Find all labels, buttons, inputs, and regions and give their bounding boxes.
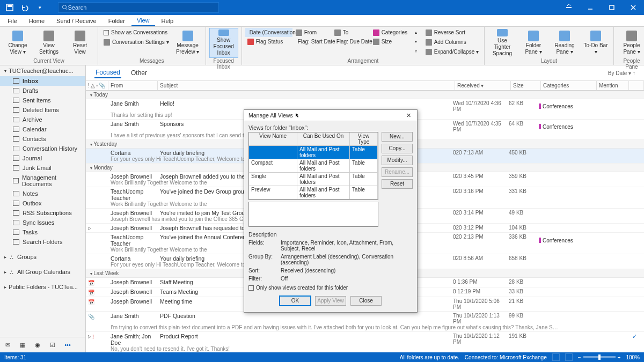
views-col-type[interactable]: View Type [350,132,378,146]
arrange-flag-status-button[interactable]: Flag Status [245,37,292,46]
folder-sent-items[interactable]: Sent Items [0,95,85,105]
dialog-copy-button[interactable]: Copy... [382,144,413,153]
date-group-header[interactable]: Today [86,91,644,99]
folder-deleted-items[interactable]: Deleted Items [0,105,85,115]
view-row[interactable]: All Mail and Post foldersTable [249,146,378,159]
arrange-size-button[interactable]: Size [371,37,413,46]
folder-pane-button[interactable]: Folder Pane ▾ [519,28,548,58]
folder-notes[interactable]: Notes [0,189,85,198]
col-categories[interactable]: Categories [541,81,597,90]
col-mention[interactable]: Mention [597,81,629,90]
maximize-icon[interactable] [601,0,623,15]
folder-outbox[interactable]: Outbox [0,198,85,208]
people-pane-button[interactable]: People Pane ▾ [617,28,644,58]
tasks-icon[interactable]: ☑ [47,339,58,350]
view-settings-button[interactable]: View Settings [34,28,63,58]
folder-calendar[interactable]: Calendar [0,124,85,134]
expand-collapse-button[interactable]: Expand/Collapse ▾ [423,47,481,56]
add-columns-button[interactable]: Add Columns [423,38,481,47]
col-from[interactable]: From [108,81,158,90]
reverse-sort-button[interactable]: Reverse Sort [423,28,481,37]
column-headers[interactable]: !△▫📎 From Subject Received ▾ Size Catego… [86,81,644,91]
views-col-used[interactable]: Can Be Used On [297,132,350,146]
folder-drafts[interactable]: Drafts [0,86,85,95]
folder-journal[interactable]: Journal [0,153,85,163]
folder-management-documents[interactable]: Management Documents [0,173,85,189]
account-header[interactable]: ▾TUCTeacher@teachuc... [0,65,85,76]
show-focused-inbox-button[interactable]: Show Focused Inbox [209,28,238,58]
menu-tab-view[interactable]: View [131,16,155,26]
arrange-flag-due-button[interactable]: Flag: Due Date [332,37,370,46]
minimize-icon[interactable] [580,0,601,15]
search-box[interactable] [58,2,219,13]
folder-search-folders[interactable]: Search Folders [0,237,85,247]
message-preview-button[interactable]: Message Preview ▾ [173,28,202,58]
view-reading-icon[interactable] [565,353,573,361]
undo-icon[interactable] [19,2,30,13]
arrange-flag-start-button[interactable]: Flag: Start Date [294,37,331,46]
message-row[interactable]: ▷!Jane Smith; Jon DoeProduct ReportThu 1… [86,332,644,352]
nav-public-folders[interactable]: ▸Public Folders - TUCTea... [0,282,85,292]
folder-conversation-history[interactable]: Conversation History [0,144,85,153]
tab-focused[interactable]: Focused [94,68,121,78]
menu-tab-help[interactable]: Help [156,16,179,26]
folder-tasks[interactable]: Tasks [0,227,85,237]
folder-archive[interactable]: Archive [0,115,85,124]
folder-junk-email[interactable]: Junk Email [0,163,85,173]
col-size[interactable]: Size [511,81,541,90]
arrange-from-button[interactable]: From [294,28,331,37]
save-icon[interactable] [4,2,15,13]
nav-all-group-calendars[interactable]: ▸⛬All Group Calendars [0,267,85,277]
show-as-conversations-checkbox[interactable]: Show as Conversations [101,28,171,37]
message-row[interactable]: 📎Jane SmithPDF QuestionThu 10/1/2020 1:1… [86,312,644,332]
menu-tab-folder[interactable]: Folder [103,16,130,26]
view-row[interactable]: CompactAll Mail and Post foldersTable [249,159,378,173]
zoom-slider[interactable]: −+ [578,354,621,360]
menu-tab-send-receive[interactable]: Send / Receive [51,16,102,26]
arrange-date-button[interactable]: Date (Conversations) [245,28,292,37]
calendar-icon[interactable]: ▦ [17,339,28,350]
view-row[interactable]: SingleAll Mail and Post foldersTable [249,173,378,186]
menu-tab-file[interactable]: File [2,16,23,26]
dialog-ok-button[interactable]: OK [280,296,311,306]
dialog-modify-button[interactable]: Modify... [382,156,413,165]
nav-groups[interactable]: ▸⛬Groups [0,252,85,262]
arrange-categories-button[interactable]: Categories [371,28,413,37]
reading-pane-button[interactable]: Reading Pane ▾ [550,28,579,58]
use-tighter-spacing-button[interactable]: Use Tighter Spacing [488,28,517,58]
dialog-reset-button[interactable]: Reset [382,179,413,189]
mail-icon[interactable]: ✉ [2,339,13,350]
reset-view-button[interactable]: Reset View [65,28,94,58]
dialog-new-button[interactable]: New... [382,132,413,142]
change-view-button[interactable]: Change View ▾ [3,28,32,58]
folder-rss-subscriptions[interactable]: RSS Subscriptions [0,208,85,218]
sort-by-dropdown[interactable]: By Date ▾ ↑ [608,70,635,76]
view-row[interactable]: PreviewAll Mail and Post foldersTable [249,186,378,200]
dialog-close-button[interactable]: ✕ [404,112,413,119]
flag-icon[interactable]: ✓ [632,333,637,339]
menu-tab-home[interactable]: Home [24,16,50,26]
only-show-checkbox[interactable]: Only show views created for this folder [248,283,413,293]
zoom-value[interactable]: 100% [626,354,640,360]
dialog-close-button-footer[interactable]: Close [350,296,382,306]
tab-other[interactable]: Other [130,68,148,78]
folder-inbox[interactable]: Inbox [0,76,85,86]
arrangement-gallery-scroll[interactable]: ▴▾▿ [415,28,421,56]
col-received[interactable]: Received ▾ [455,81,511,90]
views-col-name[interactable]: View Name [249,132,297,146]
search-input[interactable] [68,4,215,11]
folder-sync-issues[interactable]: Sync Issues [0,218,85,227]
dialog-titlebar[interactable]: Manage All Views ✕ [244,110,417,121]
ribbon-options-icon[interactable] [558,0,580,15]
people-icon[interactable]: ◉ [32,339,43,350]
more-icon[interactable]: ••• [62,339,73,350]
view-normal-icon[interactable] [552,353,560,361]
folder-contacts[interactable]: Contacts [0,134,85,144]
qat-dropdown-icon[interactable]: ▾ [34,2,45,13]
arrange-to-button[interactable]: To [332,28,370,37]
todo-bar-button[interactable]: To-Do Bar ▾ [581,28,610,58]
col-subject[interactable]: Subject [158,81,455,90]
close-icon[interactable] [623,0,644,15]
views-table[interactable]: View Name Can Be Used On View Type All M… [248,132,378,200]
conversation-settings-button[interactable]: Conversation Settings ▾ [101,38,171,47]
